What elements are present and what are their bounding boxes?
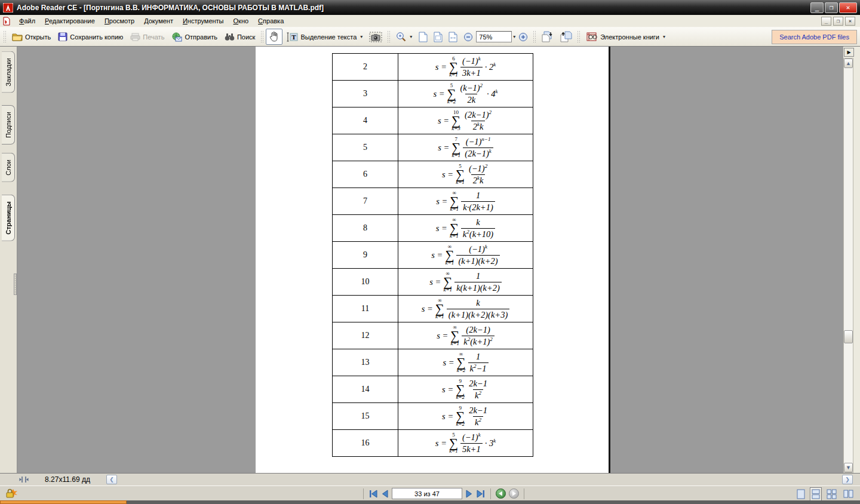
send-button[interactable]: Отправить xyxy=(168,30,221,44)
variant-number: 8 xyxy=(333,215,398,242)
print-icon xyxy=(130,33,140,41)
security-lock-icon[interactable] xyxy=(5,488,18,499)
pane-splitter-icon[interactable] xyxy=(19,476,29,483)
sum-lower-limit: k=2 xyxy=(456,395,465,400)
print-button[interactable]: Печать xyxy=(127,30,168,44)
sum-formula: s = ∞ ∑ k=1 1 k(k+1)(k+2) xyxy=(398,271,533,293)
vertical-scrollbar-thumb[interactable] xyxy=(844,330,853,343)
numerator: (2k−1) xyxy=(464,324,492,335)
next-view-page-button[interactable] xyxy=(557,29,575,45)
table-row: 11 s = ∞ ∑ k=1 k (k+1)(k+2)(k+3) xyxy=(333,296,533,322)
last-page-icon[interactable] xyxy=(476,490,486,498)
fit-page-button[interactable] xyxy=(431,29,446,45)
save-copy-button[interactable]: Сохранить копию xyxy=(54,30,127,44)
scroll-down-icon[interactable]: ▼ xyxy=(844,463,853,472)
close-button[interactable]: ✕ xyxy=(839,2,857,13)
restore-button[interactable]: ❐ xyxy=(825,2,838,13)
menu-window[interactable]: Окно xyxy=(229,16,254,26)
sigma-block: 5 ∑ k=2 xyxy=(447,83,456,105)
previous-view-page-button[interactable] xyxy=(538,29,557,45)
menu-tools[interactable]: Инструменты xyxy=(178,16,229,26)
next-view-icon[interactable] xyxy=(509,488,519,499)
toolbar-grip[interactable] xyxy=(387,30,391,44)
numerator: (−1)k xyxy=(460,56,483,66)
formula-cell: s = ∞ ∑ k=1 1 k(k+1)(k+2) xyxy=(398,269,533,296)
numerator: 1 xyxy=(474,190,482,201)
formula-cell: s = ∞ ∑ k=1 1 k·(2k+1) xyxy=(398,188,533,215)
fit-width-button[interactable] xyxy=(446,29,460,45)
toolbar-grip[interactable] xyxy=(533,30,536,44)
fraction: (−1)k 5k+1 xyxy=(460,432,483,454)
hand-tool-button[interactable] xyxy=(266,29,282,45)
facing-layout-icon[interactable] xyxy=(841,488,855,500)
sum-formula: s = 6 ∑ k=1 (−1)k 3k+1 · 2k xyxy=(398,56,533,78)
fraction: 1 k2−1 xyxy=(468,351,489,373)
open-button[interactable]: Открыть xyxy=(8,30,54,44)
sigma-symbol: ∑ xyxy=(450,196,459,207)
denominator: (k+1)(k+2)(k+3) xyxy=(447,309,509,320)
numerator: (−1)k xyxy=(467,244,489,254)
zoom-in-button[interactable] xyxy=(515,30,531,44)
ebooks-button[interactable]: Электронные книги ▾ xyxy=(582,29,669,44)
sigma-block: 6 ∑ k=1 xyxy=(449,56,458,78)
sigma-symbol: ∑ xyxy=(456,384,465,395)
menu-document[interactable]: Документ xyxy=(139,16,178,26)
continuous-layout-icon[interactable] xyxy=(810,487,822,501)
sidebar-tab-bookmarks[interactable]: Закладки xyxy=(2,51,15,93)
zoom-in-icon xyxy=(396,32,406,42)
doc-close-button[interactable]: ✕ xyxy=(845,17,855,26)
text-select-icon: T xyxy=(286,32,298,42)
menu-edit[interactable]: Редактирование xyxy=(40,16,100,26)
document-pane[interactable]: 2 s = 6 ∑ k=1 (−1)k 3k+1 · 2k 3 s = xyxy=(17,47,843,473)
fraction: k (k+1)(k+2)(k+3) xyxy=(447,297,509,319)
next-page-icon[interactable] xyxy=(465,490,473,498)
hscroll-right-icon[interactable]: ❯ xyxy=(842,475,853,484)
sum-lower-limit: k=2 xyxy=(447,99,456,105)
toolbar-grip[interactable] xyxy=(577,30,580,44)
zoom-in-tool-button[interactable]: ▾ xyxy=(392,29,416,44)
menu-file[interactable]: Файл xyxy=(14,16,40,26)
single-page-layout-icon[interactable] xyxy=(795,487,807,501)
sidebar-tab-layers[interactable]: Слои xyxy=(2,153,15,182)
actual-size-button[interactable] xyxy=(416,29,431,45)
minimize-button[interactable]: _ xyxy=(810,2,824,13)
previous-view-icon[interactable] xyxy=(496,488,506,499)
menu-view[interactable]: Просмотр xyxy=(100,16,139,26)
numerator: k xyxy=(474,217,481,228)
sum-formula: s = ∞ ∑ k=1 1 k·(2k+1) xyxy=(398,190,533,212)
sigma-block: ∞ ∑ k=1 xyxy=(450,325,459,347)
window-title: Adobe Reader CE - [Портнгина В.В. ИНФОРМ… xyxy=(17,4,324,12)
first-page-icon[interactable] xyxy=(368,490,378,498)
sigma-symbol: ∑ xyxy=(456,411,465,422)
text-select-button[interactable]: T Выделение текста ▾ xyxy=(282,30,366,44)
zoom-level-input[interactable] xyxy=(476,31,512,42)
previous-page-icon[interactable] xyxy=(381,490,389,498)
search-adobe-pdf-button[interactable]: Search Adobe PDF files xyxy=(772,30,857,44)
table-row: 12 s = ∞ ∑ k=1 (2k−1) k2(k+1)2 xyxy=(333,322,533,349)
toolbar-overflow-button[interactable]: ▶ xyxy=(844,48,854,57)
toolbar-grip[interactable] xyxy=(3,30,7,44)
denominator: k(k+1)(k+2) xyxy=(454,282,502,293)
title-bar: Adobe Reader CE - [Портнгина В.В. ИНФОРМ… xyxy=(0,0,860,15)
toolbar-grip[interactable] xyxy=(260,30,264,44)
table-row: 14 s = 9 ∑ k=2 2k−1 k2 xyxy=(333,376,533,403)
chevron-down-icon[interactable]: ▾ xyxy=(360,34,363,39)
table-row: 16 s = 5 ∑ k=1 (−1)k 5k+1 · 3k xyxy=(333,430,533,457)
sidebar-tab-signatures[interactable]: Подписи xyxy=(2,105,15,145)
vertical-scrollbar[interactable]: ▲ ▼ xyxy=(843,58,853,473)
snapshot-tool-button[interactable] xyxy=(366,29,385,45)
page-number-input[interactable] xyxy=(392,488,462,499)
doc-restore-button[interactable]: ❐ xyxy=(833,17,843,26)
menu-help[interactable]: Справка xyxy=(253,16,288,26)
hscroll-left-icon[interactable]: ❮ xyxy=(106,475,117,484)
numerator: 1 xyxy=(474,271,482,281)
continuous-facing-layout-icon[interactable] xyxy=(825,487,838,501)
scroll-up-icon[interactable]: ▲ xyxy=(844,59,853,68)
sidebar-splitter-grip[interactable] xyxy=(14,273,17,295)
doc-minimize-button[interactable]: _ xyxy=(821,17,831,26)
search-button[interactable]: Поиск xyxy=(221,30,259,44)
chevron-down-icon[interactable]: ▾ xyxy=(410,34,412,39)
chevron-down-icon[interactable]: ▾ xyxy=(663,34,665,39)
sidebar-tab-pages[interactable]: Страницы xyxy=(2,195,15,241)
zoom-out-button[interactable] xyxy=(460,30,476,44)
